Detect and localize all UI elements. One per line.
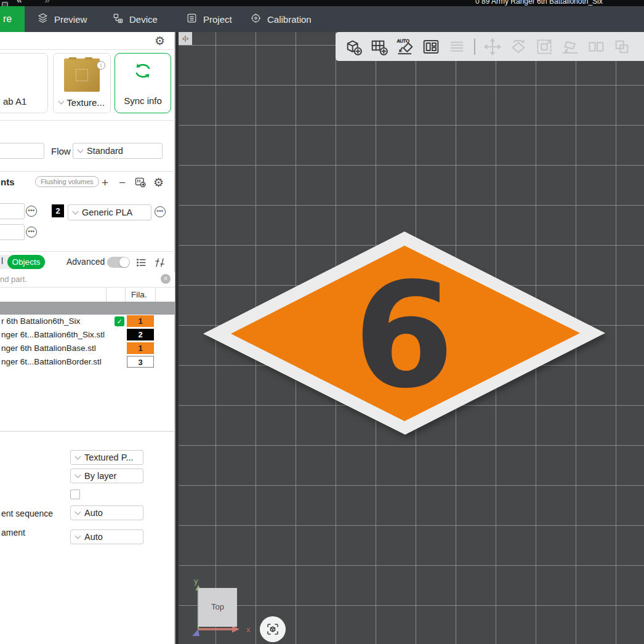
tab-objects[interactable]: Objects	[7, 255, 45, 269]
main-tab-bar: re Preview Device Project Calibration	[0, 6, 644, 32]
filament-badge[interactable]: 1	[127, 342, 154, 354]
filament3-selector[interactable]	[0, 224, 25, 240]
tab-preview[interactable]: Preview	[37, 6, 87, 32]
sync-icon	[133, 62, 153, 82]
list-view-icon[interactable]	[135, 257, 147, 271]
model-canvas[interactable]: 6	[179, 32, 644, 644]
flow-label: Flow	[51, 146, 71, 156]
search-input[interactable]	[0, 272, 175, 286]
filament2-color-badge[interactable]: 2	[52, 204, 64, 217]
bambu-studio-window: « » 0 89 Army Ranger 6th Battalionoth_Si…	[0, 0, 644, 644]
filament-badge[interactable]: 2	[127, 329, 154, 340]
scale-icon[interactable]	[531, 35, 557, 58]
model-digit-part: 6	[353, 252, 454, 420]
selected-plate-row[interactable]	[0, 302, 175, 315]
object-row[interactable]: nger 6t...Battalion6th_Six.stl 2	[0, 328, 175, 342]
chevron-down-icon	[75, 472, 81, 478]
chevron-down-icon	[73, 208, 79, 214]
add-object-icon[interactable]	[340, 35, 366, 58]
filament2-selector[interactable]: Generic PLA	[68, 204, 151, 220]
x-axis-label: x	[246, 625, 251, 634]
advanced-toggle[interactable]	[107, 257, 130, 268]
filament1-selector[interactable]	[0, 203, 25, 219]
filament3-menu-icon[interactable]: •••	[26, 227, 37, 238]
filament-map-dropdown[interactable]: Auto	[70, 529, 143, 544]
undo-icon[interactable]: «	[17, 0, 22, 6]
sequence-label: ent sequence	[1, 509, 53, 518]
title-bar: « » 0 89 Army Ranger 6th Battalionoth_Si…	[0, 0, 644, 6]
flushing-volumes-button[interactable]: Flushing volumes	[35, 176, 99, 187]
filament-map-label: ament	[1, 528, 25, 537]
fit-view-icon	[265, 622, 280, 637]
split-to-objects-icon[interactable]	[583, 35, 609, 58]
chevron-down-icon	[78, 147, 84, 153]
objects-toolbar: l Objects Advanced	[0, 255, 175, 271]
auto-orient-icon[interactable]: AUTO	[392, 35, 418, 58]
object-table-header: Fila.	[0, 287, 175, 302]
filaments-title: nts	[1, 177, 15, 187]
add-plate-icon[interactable]	[366, 35, 392, 58]
rotate-icon[interactable]	[505, 35, 531, 58]
layers-icon	[37, 12, 49, 26]
tab-project[interactable]: Project	[186, 6, 232, 32]
ams-sync-icon[interactable]	[134, 176, 147, 191]
y-axis-label: y	[194, 576, 198, 586]
visibility-checkbox[interactable]: ✓	[115, 316, 124, 326]
filament-badge[interactable]: 1	[127, 315, 154, 327]
add-filament-icon[interactable]: +	[102, 177, 108, 188]
nozzle-selector[interactable]	[0, 143, 44, 159]
filament2-menu-icon[interactable]: •••	[155, 206, 166, 217]
toolbar-divider	[474, 39, 475, 55]
sort-filter-icon[interactable]	[154, 257, 166, 271]
object-row[interactable]: nger 6t...BattalionBorder.stl 3	[0, 355, 175, 369]
tab-calibration[interactable]: Calibration	[250, 6, 312, 32]
app-logo-icon	[2, 2, 8, 6]
filament-settings-gear-icon[interactable]: ⚙	[153, 177, 164, 188]
flow-selector[interactable]: Standard	[73, 143, 163, 159]
print-mode-dropdown[interactable]: By layer	[70, 469, 143, 483]
fit-view-button[interactable]	[260, 616, 286, 642]
printer-name: ab A1	[3, 96, 26, 107]
spiral-checkbox[interactable]	[70, 489, 80, 499]
nav-cube-top-face[interactable]: Top	[198, 588, 237, 627]
object-search-row: ×	[0, 272, 175, 286]
build-plate-card[interactable]: i Texture...	[53, 53, 111, 113]
filament1-menu-icon[interactable]: •••	[26, 206, 37, 217]
plate-type-selector[interactable]: Texture...	[54, 97, 110, 108]
plate-type-dropdown[interactable]: Textured P...	[70, 450, 143, 465]
plate-texture-image	[64, 58, 100, 92]
filament-badge[interactable]: 3	[127, 356, 154, 368]
filament-column-header: Fila.	[131, 290, 147, 299]
lay-on-face-icon[interactable]	[557, 35, 583, 58]
chevron-down-icon	[58, 99, 65, 105]
calibration-icon	[250, 12, 262, 26]
clear-search-icon[interactable]: ×	[161, 274, 171, 284]
redo-icon[interactable]: »	[44, 0, 50, 6]
object-row[interactable]: r 6th Battalion6th_Six ✓ 1	[0, 315, 175, 328]
document-title: 0 89 Army Ranger 6th Battalionoth_Six	[475, 0, 603, 6]
move-icon[interactable]	[480, 35, 505, 58]
tab-prepare[interactable]: re	[0, 6, 25, 32]
remove-filament-icon[interactable]: −	[119, 177, 126, 188]
device-icon	[112, 12, 124, 26]
project-icon	[186, 12, 198, 26]
chevron-down-icon	[75, 533, 81, 539]
3d-viewport[interactable]: ‹|› 6 AUTO	[179, 32, 644, 644]
split-to-parts-icon[interactable]	[609, 35, 635, 58]
printer-settings-gear-icon[interactable]: ⚙	[155, 35, 165, 47]
viewport-toolbar: AUTO	[336, 32, 644, 61]
sync-info-button[interactable]: Sync info	[115, 53, 171, 113]
tab-global[interactable]: l	[1, 256, 3, 266]
sequence-dropdown[interactable]: Auto	[70, 505, 143, 520]
chevron-down-icon	[75, 453, 81, 459]
filaments-header: nts Flushing volumes + − ⚙	[0, 174, 175, 191]
chevron-down-icon	[75, 509, 81, 515]
object-row[interactable]: nger 6th BattalionBase.stl 1	[0, 342, 175, 355]
advanced-label: Advanced	[66, 257, 105, 267]
split-layers-icon[interactable]	[444, 35, 470, 58]
arrange-icon[interactable]	[418, 35, 444, 58]
printer-card[interactable]: ab A1	[0, 53, 48, 113]
info-icon[interactable]: i	[97, 61, 105, 70]
sidebar-panel: ⚙ ab A1 i Texture...	[0, 32, 175, 644]
tab-device[interactable]: Device	[112, 6, 158, 32]
